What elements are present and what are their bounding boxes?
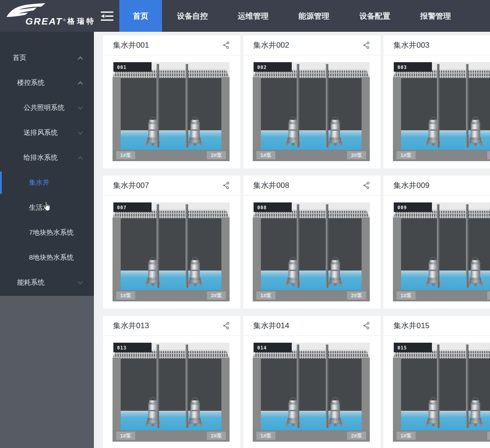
top-navbar: GREAT ® 格瑞特 首页设备自控运维管理能源管理设备配置报警管理 <box>0 0 490 32</box>
sidebar-item-3[interactable]: 送排风系统 <box>0 120 94 145</box>
well-card-header: 集水井007 <box>103 176 240 196</box>
well-cards-area: 集水井001 <box>94 32 490 448</box>
well-cards-grid: 集水井001 <box>103 35 490 448</box>
well-card-002: 集水井002 <box>243 35 381 168</box>
well-diagram: 1#泵 2#泵 015 <box>393 343 490 442</box>
sidebar-item-7[interactable]: 7地块热水系统 <box>0 220 94 245</box>
well-id-badge: 015 <box>397 345 407 350</box>
well-card-body: 1#泵 2#泵 002 <box>243 55 381 168</box>
chevron-down-icon <box>78 279 83 284</box>
well-card-title: 集水井008 <box>253 180 362 191</box>
nav-item-2[interactable]: 运维管理 <box>223 0 284 32</box>
nav-item-5[interactable]: 报警管理 <box>405 0 466 32</box>
well-card-title: 集水井009 <box>393 180 490 191</box>
well-diagram: 1#泵 2#泵 013 <box>113 343 230 442</box>
well-card-header: 集水井009 <box>383 176 490 196</box>
brand-logo: GREAT ® 格瑞特 <box>0 0 94 32</box>
well-card-014: 集水井014 <box>243 316 381 448</box>
well-card-009: 集水井009 <box>383 176 490 309</box>
well-diagram: 1#泵 2#泵 009 <box>393 202 490 301</box>
sidebar-menu: 首页 楼控系统 公共照明系统 送排风系统 给排水系统 集水井 生活水 7地块热水… <box>0 32 94 296</box>
well-id-badge: 003 <box>397 65 407 70</box>
well-id-badge: 008 <box>257 205 267 210</box>
well-card-header: 集水井003 <box>383 35 490 55</box>
well-id-badge: 013 <box>117 345 127 350</box>
chevron-down-icon <box>78 104 83 109</box>
brand-name-chinese: 格瑞特 <box>68 17 96 26</box>
well-card-header: 集水井002 <box>243 35 381 55</box>
well-card-header: 集水井014 <box>243 316 381 336</box>
well-card-body: 1#泵 2#泵 003 <box>383 55 490 168</box>
well-diagram: 1#泵 2#泵 002 <box>253 62 370 161</box>
sidebar-item-5[interactable]: 集水井 <box>0 170 94 195</box>
well-card-title: 集水井001 <box>113 40 221 50</box>
well-id-badge: 001 <box>117 65 127 70</box>
share-icon[interactable] <box>362 321 371 330</box>
well-card-title: 集水井013 <box>113 320 221 331</box>
well-id-badge: 009 <box>397 205 407 210</box>
sidebar: 首页 楼控系统 公共照明系统 送排风系统 给排水系统 集水井 生活水 7地块热水… <box>0 32 94 448</box>
active-indicator-bar <box>0 172 2 194</box>
sidebar-item-0[interactable]: 首页 <box>0 45 94 70</box>
sidebar-item-9[interactable]: 能耗系统 <box>0 270 94 295</box>
well-card-007: 集水井007 <box>103 176 240 309</box>
well-card-title: 集水井014 <box>253 320 362 331</box>
sidebar-item-8[interactable]: 8地块热水系统 <box>0 245 94 270</box>
well-card-003: 集水井003 <box>383 35 490 168</box>
share-icon[interactable] <box>362 181 371 190</box>
nav-item-3[interactable]: 能源管理 <box>284 0 344 32</box>
main-nav: 首页设备自控运维管理能源管理设备配置报警管理 <box>119 0 466 32</box>
well-card-title: 集水井003 <box>393 40 490 50</box>
well-card-body: 1#泵 2#泵 008 <box>243 196 381 308</box>
well-id-badge: 007 <box>117 205 127 210</box>
brand-registered-mark: ® <box>63 18 66 22</box>
well-diagram: 1#泵 2#泵 001 <box>113 62 230 161</box>
well-card-body: 1#泵 2#泵 014 <box>243 336 381 448</box>
well-card-body: 1#泵 2#泵 007 <box>103 196 240 308</box>
well-card-header: 集水井013 <box>103 316 240 336</box>
chevron-up-icon <box>78 56 83 61</box>
well-diagram: 1#泵 2#泵 014 <box>253 343 370 442</box>
nav-item-1[interactable]: 设备自控 <box>162 0 223 32</box>
chevron-down-icon <box>78 129 83 134</box>
brand-name: GREAT <box>25 16 63 27</box>
well-card-header: 集水井001 <box>103 35 240 55</box>
sidebar-item-4[interactable]: 给排水系统 <box>0 145 94 170</box>
well-card-header: 集水井015 <box>383 316 490 336</box>
sidebar-item-2[interactable]: 公共照明系统 <box>0 95 94 120</box>
well-card-body: 1#泵 2#泵 013 <box>103 336 240 448</box>
well-diagram: 1#泵 2#泵 008 <box>253 202 370 301</box>
sidebar-item-6[interactable]: 生活水 <box>0 195 94 220</box>
well-card-title: 集水井002 <box>253 40 362 50</box>
well-card-008: 集水井008 <box>243 176 381 309</box>
well-id-badge: 002 <box>257 65 267 70</box>
well-card-001: 集水井001 <box>103 35 240 168</box>
well-card-body: 1#泵 2#泵 009 <box>383 196 490 308</box>
nav-item-0[interactable]: 首页 <box>119 0 162 32</box>
share-icon[interactable] <box>221 181 230 190</box>
chevron-up-icon <box>78 81 83 86</box>
share-icon[interactable] <box>221 321 230 330</box>
chevron-up-icon <box>78 156 83 161</box>
well-id-badge: 014 <box>257 345 267 350</box>
collapse-menu-icon <box>99 10 114 23</box>
nav-item-4[interactable]: 设备配置 <box>344 0 405 32</box>
share-icon[interactable] <box>362 41 371 50</box>
well-card-body: 1#泵 2#泵 015 <box>383 336 490 448</box>
well-card-013: 集水井013 <box>103 316 240 448</box>
well-diagram: 1#泵 2#泵 007 <box>113 202 230 301</box>
well-card-header: 集水井008 <box>243 176 381 196</box>
sidebar-collapse-button[interactable] <box>94 0 119 32</box>
well-diagram: 1#泵 2#泵 003 <box>393 62 490 161</box>
well-card-title: 集水井007 <box>113 180 221 191</box>
well-card-body: 1#泵 2#泵 001 <box>103 55 240 168</box>
well-card-title: 集水井015 <box>393 320 490 331</box>
share-icon[interactable] <box>221 41 230 50</box>
well-card-015: 集水井015 <box>383 316 490 448</box>
sidebar-item-1[interactable]: 楼控系统 <box>0 70 94 95</box>
